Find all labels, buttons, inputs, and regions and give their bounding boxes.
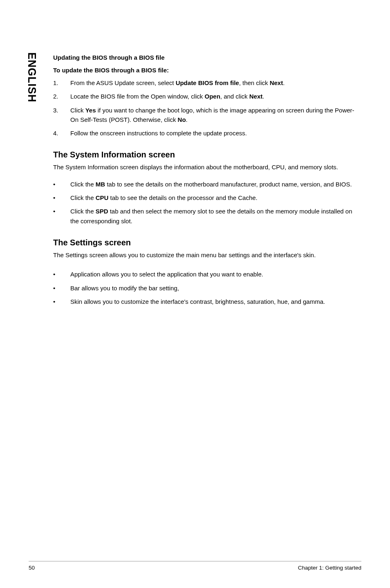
list-item: 4. Follow the onscreen instructions to c…: [53, 128, 361, 138]
list-item: • Bar allows you to modify the bar setti…: [53, 283, 361, 293]
list-item: • Application allows you to select the a…: [53, 269, 361, 279]
bullet-icon: •: [53, 206, 70, 226]
bullet-text: Click the MB tab to see the details on t…: [70, 180, 352, 189]
step-number: 3.: [53, 105, 70, 125]
bullet-text: Click the SPD tab and then select the me…: [70, 206, 361, 226]
step-number: 2.: [53, 92, 70, 101]
text-bold: Update BIOS from file: [176, 79, 239, 86]
settings-title: The Settings screen: [53, 238, 361, 247]
chapter-label: Chapter 1: Getting started: [298, 565, 361, 571]
list-item: 1. From the ASUS Update screen, select U…: [53, 78, 361, 88]
page-footer: 50 Chapter 1: Getting started: [29, 561, 361, 571]
system-info-intro: The System Information screen displays t…: [53, 163, 361, 172]
text-run: Click: [70, 107, 85, 114]
page-number: 50: [29, 565, 35, 571]
text-run: Click the: [70, 194, 96, 201]
update-bios-heading-2: To update the BIOS through a BIOS file:: [53, 66, 361, 75]
bullet-icon: •: [53, 283, 70, 293]
content-area: Updating the BIOS through a BIOS file To…: [53, 53, 361, 306]
text-run: .: [262, 93, 264, 100]
update-bios-steps: 1. From the ASUS Update screen, select U…: [53, 78, 361, 138]
text-run: tab to see the details on the motherboar…: [105, 181, 352, 188]
text-run: Follow the onscreen instructions to comp…: [70, 130, 247, 137]
step-number: 1.: [53, 78, 70, 88]
bullet-icon: •: [53, 193, 70, 202]
bullet-icon: •: [53, 180, 70, 189]
text-run: Click the: [70, 181, 96, 188]
text-run: tab and then select the memory slot to s…: [70, 208, 352, 224]
list-item: • Click the CPU tab to see the details o…: [53, 193, 361, 202]
text-bold: MB: [96, 181, 105, 188]
list-item: • Skin allows you to customize the inter…: [53, 297, 361, 306]
bullet-text: Application allows you to select the app…: [70, 269, 263, 279]
document-page: ENGLISH Updating the BIOS through a BIOS…: [0, 0, 390, 588]
text-run: , and click: [220, 93, 249, 100]
settings-list: • Application allows you to select the a…: [53, 269, 361, 306]
language-side-label: ENGLISH: [25, 52, 38, 103]
step-text: Locate the BIOS file from the Open windo…: [70, 92, 264, 101]
text-bold: SPD: [96, 208, 108, 215]
step-text: Click Yes if you want to change the boot…: [70, 105, 361, 125]
list-item: 3. Click Yes if you want to change the b…: [53, 105, 361, 125]
settings-intro: The Settings screen allows you to custom…: [53, 251, 361, 260]
text-run: .: [283, 79, 285, 86]
text-run: From the ASUS Update screen, select: [70, 79, 176, 86]
system-info-title: The System Information screen: [53, 150, 361, 159]
text-run: if you want to change the boot logo, whi…: [70, 107, 354, 123]
bullet-icon: •: [53, 297, 70, 306]
text-run: Click the: [70, 208, 96, 215]
text-bold: Next: [249, 93, 263, 100]
update-bios-heading-1: Updating the BIOS through a BIOS file: [53, 53, 361, 63]
list-item: • Click the MB tab to see the details on…: [53, 180, 361, 189]
bullet-text: Skin allows you to customize the interfa…: [70, 297, 325, 306]
bullet-text: Bar allows you to modify the bar setting…: [70, 283, 179, 293]
text-bold: Next: [270, 79, 283, 86]
bullet-text: Click the CPU tab to see the details on …: [70, 193, 258, 202]
system-info-list: • Click the MB tab to see the details on…: [53, 180, 361, 226]
text-run: .: [186, 116, 188, 123]
step-number: 4.: [53, 128, 70, 138]
text-run: Locate the BIOS file from the Open windo…: [70, 93, 205, 100]
text-bold: No: [178, 116, 186, 123]
list-item: 2. Locate the BIOS file from the Open wi…: [53, 92, 361, 101]
bullet-icon: •: [53, 269, 70, 279]
step-text: Follow the onscreen instructions to comp…: [70, 128, 247, 138]
text-run: tab to see the details on the processor …: [108, 194, 257, 201]
text-run: , then click: [239, 79, 270, 86]
list-item: • Click the SPD tab and then select the …: [53, 206, 361, 226]
text-bold: Open: [205, 93, 220, 100]
text-bold: CPU: [96, 194, 109, 201]
text-bold: Yes: [85, 107, 96, 114]
step-text: From the ASUS Update screen, select Upda…: [70, 78, 285, 88]
